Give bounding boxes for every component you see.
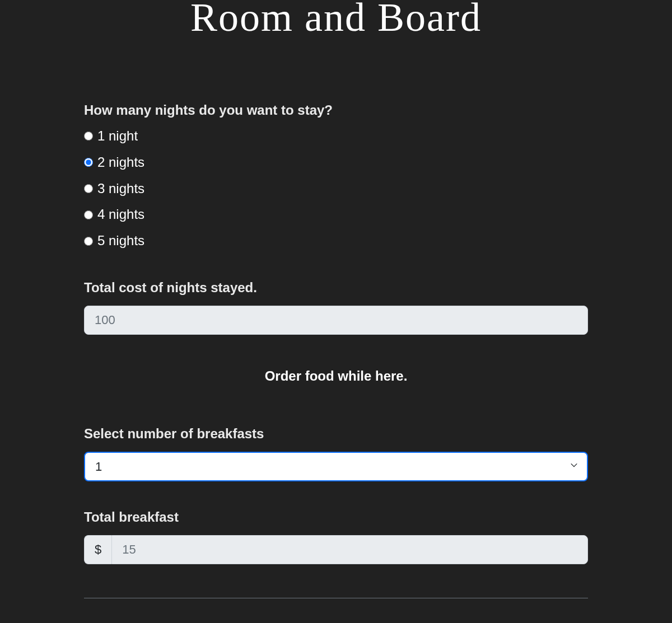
nights-radio-1[interactable] <box>84 132 93 140</box>
total-cost-group: Total cost of nights stayed. <box>84 280 588 335</box>
nights-radio-2[interactable] <box>84 158 93 167</box>
nights-radio-label[interactable]: 4 nights <box>97 207 144 223</box>
nights-option-row: 5 nights <box>84 233 588 249</box>
breakfast-select[interactable]: 1 <box>84 452 588 481</box>
nights-option-row: 4 nights <box>84 207 588 223</box>
nights-radio-label[interactable]: 1 night <box>97 128 138 144</box>
nights-option-row: 1 night <box>84 128 588 144</box>
total-breakfast-group: Total breakfast $ <box>84 509 588 564</box>
nights-radio-5[interactable] <box>84 237 93 246</box>
currency-symbol: $ <box>84 535 111 564</box>
nights-radio-label[interactable]: 5 nights <box>97 233 144 249</box>
breakfast-select-group: Select number of breakfasts 1 <box>84 426 588 481</box>
total-cost-label: Total cost of nights stayed. <box>84 280 588 296</box>
nights-question-label: How many nights do you want to stay? <box>84 102 588 118</box>
order-food-heading: Order food while here. <box>84 368 588 384</box>
page-title: Room and Board <box>84 0 588 41</box>
nights-radio-label[interactable]: 2 nights <box>97 154 144 171</box>
nights-option-row: 3 nights <box>84 181 588 197</box>
total-breakfast-label: Total breakfast <box>84 509 588 525</box>
total-cost-input <box>84 306 588 335</box>
nights-option-row: 2 nights <box>84 154 588 171</box>
nights-radio-label[interactable]: 3 nights <box>97 181 144 197</box>
nights-radio-3[interactable] <box>84 184 93 193</box>
nights-radio-4[interactable] <box>84 210 93 219</box>
nights-radio-group: How many nights do you want to stay? 1 n… <box>84 102 588 249</box>
total-breakfast-input <box>111 535 588 564</box>
divider <box>84 598 588 598</box>
breakfast-select-label: Select number of breakfasts <box>84 426 588 442</box>
